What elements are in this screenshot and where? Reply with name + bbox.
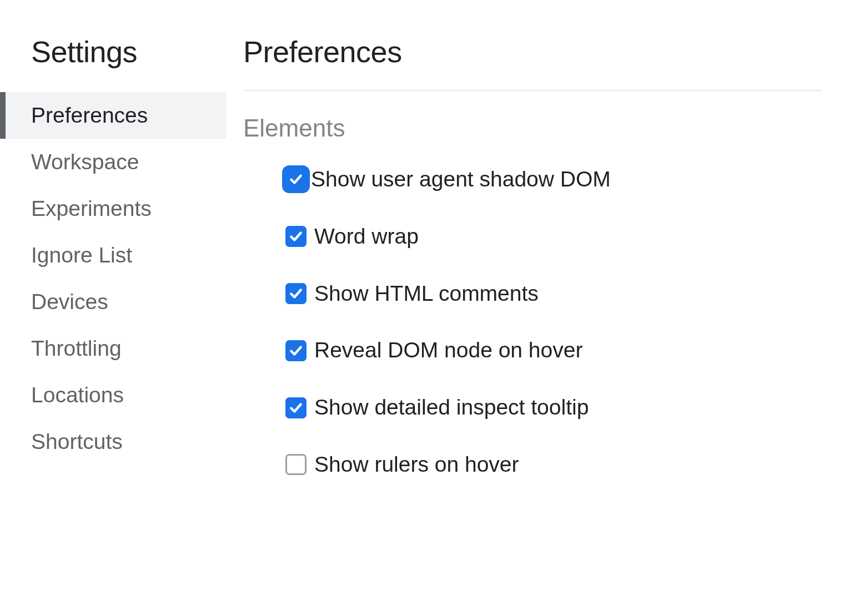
page-title: Preferences	[243, 34, 822, 69]
sidebar-item-label: Ignore List	[31, 243, 132, 267]
sidebar-item-devices[interactable]: Devices	[0, 279, 227, 325]
sidebar-item-label: Workspace	[31, 150, 139, 174]
option-row[interactable]: Show rulers on hover	[285, 452, 822, 478]
option-row[interactable]: Show detailed inspect tooltip	[285, 395, 822, 421]
sidebar-item-label: Throttling	[31, 336, 122, 360]
checkbox[interactable]	[285, 454, 307, 475]
checkbox[interactable]	[285, 169, 307, 190]
sidebar-item-locations[interactable]: Locations	[0, 372, 227, 418]
sidebar-item-throttling[interactable]: Throttling	[0, 325, 227, 372]
main-panel: Preferences Elements Show user agent sha…	[227, 0, 844, 616]
sidebar-item-label: Locations	[31, 383, 124, 407]
sidebar-item-shortcuts[interactable]: Shortcuts	[0, 418, 227, 465]
option-row[interactable]: Reveal DOM node on hover	[285, 337, 822, 363]
sidebar-item-label: Shortcuts	[31, 430, 123, 453]
sidebar-title: Settings	[0, 34, 227, 69]
divider	[243, 90, 822, 91]
sidebar-items: PreferencesWorkspaceExperimentsIgnore Li…	[0, 92, 227, 465]
check-icon	[289, 172, 303, 186]
option-label: Show rulers on hover	[314, 452, 519, 478]
option-label: Word wrap	[314, 224, 419, 250]
sidebar-item-label: Devices	[31, 290, 108, 314]
check-icon	[289, 229, 303, 244]
sidebar-item-label: Preferences	[31, 103, 148, 127]
sidebar-item-experiments[interactable]: Experiments	[0, 185, 227, 232]
options-list: Show user agent shadow DOMWord wrapShow …	[243, 166, 822, 478]
option-row[interactable]: Word wrap	[285, 224, 822, 250]
sidebar-item-preferences[interactable]: Preferences	[0, 92, 227, 139]
option-label: Show user agent shadow DOM	[311, 166, 611, 193]
sidebar-item-label: Experiments	[31, 196, 152, 220]
check-icon	[289, 401, 303, 415]
option-label: Show HTML comments	[314, 281, 539, 307]
checkbox[interactable]	[285, 340, 307, 361]
option-label: Show detailed inspect tooltip	[314, 395, 589, 421]
option-row[interactable]: Show HTML comments	[285, 281, 822, 307]
section-header-elements: Elements	[243, 114, 822, 142]
option-row[interactable]: Show user agent shadow DOM	[285, 166, 822, 193]
checkbox[interactable]	[285, 283, 307, 304]
sidebar: Settings PreferencesWorkspaceExperiments…	[0, 0, 227, 616]
checkbox[interactable]	[285, 397, 307, 418]
sidebar-item-workspace[interactable]: Workspace	[0, 139, 227, 185]
sidebar-item-ignore-list[interactable]: Ignore List	[0, 232, 227, 279]
option-label: Reveal DOM node on hover	[314, 337, 582, 363]
check-icon	[289, 344, 303, 358]
checkbox[interactable]	[285, 226, 307, 247]
check-icon	[289, 286, 303, 301]
